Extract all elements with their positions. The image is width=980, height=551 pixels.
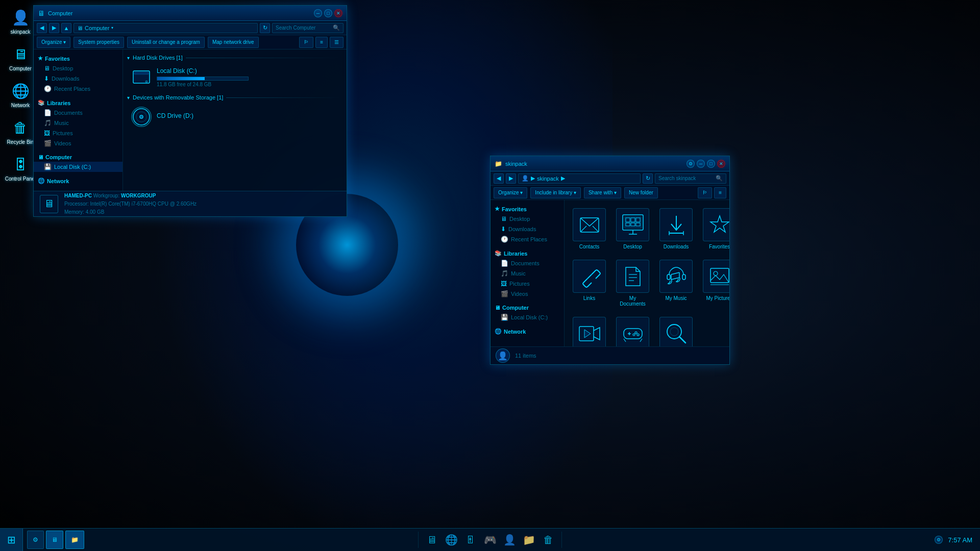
dock-mixer-icon[interactable]: 🎚 <box>462 532 479 548</box>
w2-share-btn[interactable]: Share with ▾ <box>584 187 621 198</box>
window2-sidebar: ★ Favorites 🖥 Desktop ⬇ Downloads 🕐 Rece… <box>491 200 565 346</box>
window2-search-bar[interactable]: Search skinpack 🔍 <box>655 173 726 184</box>
window2-address-bar[interactable]: 👤 ▶ skinpack ▶ <box>518 173 641 184</box>
search-icon: 🔍 <box>333 24 340 31</box>
flag-btn[interactable]: 🏳 <box>299 37 313 48</box>
grid-item-saved-games[interactable]: Saved Games <box>613 314 652 346</box>
sidebar-item-recent-places[interactable]: 🕐 Recent Places <box>34 84 122 94</box>
grid-item-contacts[interactable]: Contacts <box>570 205 609 253</box>
w2-sidebar-recent[interactable]: 🕐 Recent Places <box>491 234 564 244</box>
search-icon-w2: 🔍 <box>716 175 723 182</box>
view-btn[interactable]: ≡ <box>315 37 328 48</box>
svg-line-29 <box>671 272 679 274</box>
my-music-label: My Music <box>665 295 687 301</box>
sidebar-item-desktop[interactable]: 🖥 Desktop <box>34 63 122 73</box>
cd-drive-name: CD Drive (D:) <box>157 112 193 119</box>
dock-network-icon[interactable]: 🌐 <box>443 532 459 548</box>
local-disk-name: Local Disk (C:) <box>157 67 338 74</box>
grid-item-links[interactable]: Links <box>570 257 609 310</box>
window1-close-btn[interactable]: ✕ <box>334 9 342 17</box>
sidebar-item-downloads[interactable]: ⬇ Downloads <box>34 73 122 84</box>
taskbar-item-folder[interactable]: 📁 <box>65 531 84 549</box>
dock-folder-icon[interactable]: 📁 <box>521 532 537 548</box>
w2-view-btn[interactable]: ≡ <box>714 187 726 198</box>
window2-refresh-btn[interactable]: ↻ <box>643 173 653 184</box>
grid-item-my-documents[interactable]: My Documents <box>613 257 652 310</box>
w2-network-header: 🌐 Network <box>491 327 564 336</box>
dock-gamepad-icon[interactable]: 🎮 <box>482 532 498 548</box>
window1-maximize-btn[interactable]: □ <box>324 9 332 17</box>
library-icon: 📚 <box>38 99 45 106</box>
grid-item-searches[interactable]: Searches <box>656 314 696 346</box>
svg-point-42 <box>635 332 637 334</box>
hdd-section-line <box>186 58 342 58</box>
details-btn[interactable]: ☰ <box>330 37 344 48</box>
tray-settings-icon[interactable]: ⚙ <box>935 536 943 544</box>
sidebar-item-pictures[interactable]: 🖼 Pictures <box>34 128 122 138</box>
sidebar-item-local-disk[interactable]: 💾 Local Disk (C:) <box>34 162 122 172</box>
cd-drive-icon <box>131 107 152 127</box>
window2-minimize-btn[interactable]: ─ <box>697 160 705 168</box>
grid-item-downloads[interactable]: Downloads <box>656 205 696 253</box>
uninstall-btn[interactable]: Uninstall or change a program <box>127 37 205 48</box>
cd-drive-item[interactable]: CD Drive (D:) <box>127 105 342 129</box>
grid-item-my-videos[interactable]: My Videos <box>570 314 609 346</box>
network-section: 🌐 Network <box>34 176 122 186</box>
w2-sidebar-pictures[interactable]: 🖼 Pictures <box>491 279 564 289</box>
w2-sidebar-documents[interactable]: 📄 Documents <box>491 258 564 268</box>
window1-up-btn[interactable]: ▲ <box>61 23 71 33</box>
window1-address-bar[interactable]: 🖥 Computer ▾ <box>74 23 258 33</box>
taskbar-item-connections[interactable]: ⚙ <box>27 531 44 549</box>
w2-sidebar-videos[interactable]: 🎬 Videos <box>491 289 564 299</box>
grid-item-favorites[interactable]: Favorites <box>700 205 729 253</box>
taskbar-folder-icon: 📁 <box>71 536 79 543</box>
window2-back-btn[interactable]: ◀ <box>494 173 504 184</box>
w2-star-icon: ★ <box>495 206 500 212</box>
map-drive-btn[interactable]: Map network drive <box>208 37 259 48</box>
w2-recent-icon: 🕐 <box>501 236 508 243</box>
window2-statusbar: 👤 11 items <box>491 346 729 364</box>
window1-refresh-btn[interactable]: ↻ <box>260 23 270 33</box>
system-props-btn[interactable]: System properties <box>74 37 124 48</box>
w2-sidebar-music[interactable]: 🎵 Music <box>491 268 564 279</box>
w2-include-library-btn[interactable]: Include in library ▾ <box>530 187 581 198</box>
window1-search-bar[interactable]: Search Computer 🔍 <box>272 23 344 33</box>
taskbar-item-computer[interactable]: 🖥 <box>46 531 63 549</box>
local-disk-icon: 💾 <box>44 163 52 170</box>
w2-organize-btn[interactable]: Organize ▾ <box>494 187 527 198</box>
window1-forward-btn[interactable]: ▶ <box>49 23 59 33</box>
w2-new-folder-btn[interactable]: New folder <box>624 187 658 198</box>
dock-computer-icon[interactable]: 🖥 <box>424 532 440 548</box>
sysinfo-text: HAMED-PC Workgroup: WORKGROUP Processor:… <box>64 192 197 216</box>
downloads-sidebar-icon: ⬇ <box>44 75 49 82</box>
w2-sidebar-local-disk[interactable]: 💾 Local Disk (C:) <box>491 312 564 322</box>
window2-forward-btn[interactable]: ▶ <box>506 173 516 184</box>
contacts-icon-box <box>573 208 606 241</box>
organize-btn[interactable]: Organize ▾ <box>37 37 70 48</box>
start-button[interactable]: ⊞ <box>0 529 23 552</box>
icons-grid: Contacts <box>565 200 729 346</box>
w2-flag-btn[interactable]: 🏳 <box>698 187 712 198</box>
w2-favorites-section: ★ Favorites 🖥 Desktop ⬇ Downloads 🕐 Rece… <box>491 204 564 244</box>
dock-user-icon[interactable]: 👤 <box>501 532 518 548</box>
sidebar-item-music[interactable]: 🎵 Music <box>34 118 122 128</box>
grid-item-my-music[interactable]: My Music <box>656 257 696 310</box>
window1-minimize-btn[interactable]: ─ <box>314 9 322 17</box>
w2-desktop-icon: 🖥 <box>501 215 507 222</box>
w2-sidebar-desktop[interactable]: 🖥 Desktop <box>491 214 564 224</box>
grid-item-desktop[interactable]: Desktop <box>613 205 652 253</box>
sidebar-item-documents[interactable]: 📄 Documents <box>34 108 122 118</box>
w2-sidebar-downloads[interactable]: ⬇ Downloads <box>491 224 564 234</box>
searches-icon-box <box>659 317 693 346</box>
window1-back-btn[interactable]: ◀ <box>37 23 47 33</box>
window2-titlebar: 📁 skinpack ⚙ ─ □ ✕ <box>491 156 729 171</box>
window2-close-btn[interactable]: ✕ <box>717 160 725 168</box>
grid-item-my-pictures[interactable]: My Pictures <box>700 257 729 310</box>
dock-trash-icon[interactable]: 🗑 <box>540 532 556 548</box>
local-disk-item[interactable]: Local Disk (C:) 11.8 GB free of 24.8 GB <box>127 65 342 89</box>
window2-settings-btn[interactable]: ⚙ <box>687 160 695 168</box>
window2-maximize-btn[interactable]: □ <box>707 160 715 168</box>
sidebar-item-videos[interactable]: 🎬 Videos <box>34 138 122 148</box>
computer-sidebar-icon: 🖥 <box>38 154 43 160</box>
my-documents-icon-box <box>616 260 649 293</box>
